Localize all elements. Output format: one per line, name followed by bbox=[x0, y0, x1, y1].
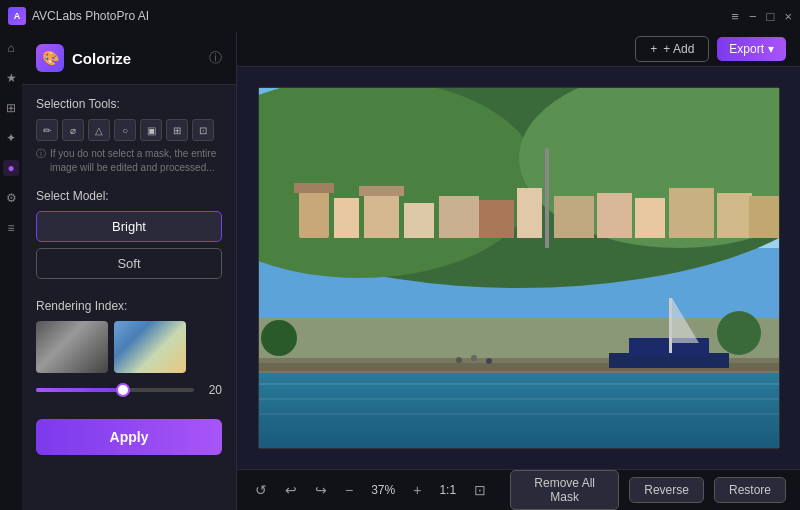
svg-point-35 bbox=[261, 320, 297, 356]
menu-icon[interactable]: ≡ bbox=[731, 9, 739, 24]
nav-home-icon[interactable]: ⌂ bbox=[3, 40, 19, 56]
svg-rect-29 bbox=[259, 383, 779, 385]
ellipse-tool[interactable]: ○ bbox=[114, 119, 136, 141]
image-frame bbox=[258, 87, 780, 449]
nav-menu-icon[interactable]: ≡ bbox=[3, 220, 19, 236]
svg-rect-8 bbox=[364, 193, 399, 238]
rendering-label: Rendering Index: bbox=[36, 299, 222, 313]
app-logo: A bbox=[8, 7, 26, 25]
polygon-tool[interactable]: △ bbox=[88, 119, 110, 141]
zoom-out-icon[interactable]: − bbox=[341, 478, 357, 502]
fit-icon[interactable]: ⊡ bbox=[470, 478, 490, 502]
soft-model-button[interactable]: Soft bbox=[36, 248, 222, 279]
svg-rect-12 bbox=[479, 200, 514, 238]
redo-icon[interactable]: ↪ bbox=[311, 478, 331, 502]
app-title: AVCLabs PhotoPro AI bbox=[32, 9, 731, 23]
rendering-section: Rendering Index: 20 bbox=[36, 299, 222, 397]
svg-rect-7 bbox=[334, 198, 359, 238]
svg-point-36 bbox=[717, 311, 761, 355]
nav-icon-strip: ⌂ ★ ⊞ ✦ ● ⚙ ≡ bbox=[0, 32, 22, 510]
rendering-slider-row: 20 bbox=[36, 383, 222, 397]
zoom-level: 37% bbox=[367, 483, 399, 497]
magic-wand-tool[interactable]: ⊡ bbox=[192, 119, 214, 141]
sidebar-title: Colorize bbox=[72, 50, 209, 67]
nav-effects-icon[interactable]: ✦ bbox=[3, 130, 19, 146]
maximize-icon[interactable]: □ bbox=[767, 9, 775, 24]
harbor-image bbox=[259, 88, 779, 448]
add-plus-icon: + bbox=[650, 42, 657, 56]
export-chevron-icon: ▾ bbox=[768, 42, 774, 56]
bottom-toolbar: ↺ ↩ ↪ − 37% + 1:1 ⊡ Remove All Mask Reve… bbox=[237, 469, 800, 510]
undo-icon[interactable]: ↩ bbox=[281, 478, 301, 502]
svg-rect-13 bbox=[517, 188, 542, 238]
nav-settings-icon[interactable]: ⚙ bbox=[3, 190, 19, 206]
svg-rect-18 bbox=[669, 188, 714, 238]
lasso-tool[interactable]: ⌀ bbox=[62, 119, 84, 141]
nav-grid-icon[interactable]: ⊞ bbox=[3, 100, 19, 116]
info-small-icon: ⓘ bbox=[36, 147, 46, 175]
rendering-value: 20 bbox=[202, 383, 222, 397]
selection-info-text: If you do not select a mask, the entire … bbox=[50, 147, 222, 175]
svg-rect-30 bbox=[259, 398, 779, 400]
colorize-icon: 🎨 bbox=[36, 44, 64, 72]
content-area: + + Add Export ▾ bbox=[237, 32, 800, 510]
pen-tool[interactable]: ✏ bbox=[36, 119, 58, 141]
svg-rect-17 bbox=[635, 198, 665, 238]
svg-rect-15 bbox=[554, 196, 594, 238]
svg-rect-6 bbox=[294, 183, 334, 193]
titlebar: A AVCLabs PhotoPro AI ≡ − □ × bbox=[0, 0, 800, 32]
selection-info: ⓘ If you do not select a mask, the entir… bbox=[36, 147, 222, 175]
rect-select-tool[interactable]: ▣ bbox=[140, 119, 162, 141]
remove-all-mask-button[interactable]: Remove All Mask bbox=[510, 470, 619, 510]
reverse-button[interactable]: Reverse bbox=[629, 477, 704, 503]
nav-colorize-icon[interactable]: ● bbox=[3, 160, 19, 176]
svg-rect-26 bbox=[669, 298, 672, 353]
rendering-slider-fill bbox=[36, 388, 123, 392]
preview-thumbnails bbox=[36, 321, 222, 373]
refresh-icon[interactable]: ↺ bbox=[251, 478, 271, 502]
selection-tools-icons: ✏ ⌀ △ ○ ▣ ⊞ ⊡ bbox=[36, 119, 222, 141]
rendering-slider-track[interactable] bbox=[36, 388, 194, 392]
image-area bbox=[237, 67, 800, 469]
zoom-in-icon[interactable]: + bbox=[409, 478, 425, 502]
restore-button[interactable]: Restore bbox=[714, 477, 786, 503]
sidebar-header: 🎨 Colorize ⓘ bbox=[22, 32, 236, 85]
svg-rect-9 bbox=[359, 186, 404, 196]
apply-button[interactable]: Apply bbox=[36, 419, 222, 455]
minimize-icon[interactable]: − bbox=[749, 9, 757, 24]
svg-point-32 bbox=[456, 357, 462, 363]
window-controls[interactable]: ≡ − □ × bbox=[731, 9, 792, 24]
add-button[interactable]: + + Add bbox=[635, 36, 709, 62]
color-thumbnail bbox=[114, 321, 186, 373]
svg-rect-16 bbox=[597, 193, 632, 238]
selection-tools-label: Selection Tools: bbox=[36, 97, 222, 111]
svg-rect-5 bbox=[299, 188, 329, 238]
export-button[interactable]: Export ▾ bbox=[717, 37, 786, 61]
sidebar: 🎨 Colorize ⓘ Selection Tools: ✏ ⌀ △ ○ ▣ … bbox=[22, 32, 237, 510]
rendering-slider-thumb[interactable] bbox=[116, 383, 130, 397]
svg-rect-31 bbox=[259, 413, 779, 415]
one-to-one[interactable]: 1:1 bbox=[435, 483, 460, 497]
svg-rect-10 bbox=[404, 203, 434, 238]
sidebar-content: Selection Tools: ✏ ⌀ △ ○ ▣ ⊞ ⊡ ⓘ If you … bbox=[22, 85, 236, 510]
svg-rect-19 bbox=[717, 193, 752, 238]
svg-point-33 bbox=[471, 355, 477, 361]
svg-point-34 bbox=[486, 358, 492, 364]
model-label: Select Model: bbox=[36, 189, 222, 203]
model-section: Select Model: Bright Soft bbox=[36, 189, 222, 285]
harbor-svg bbox=[259, 88, 779, 448]
smart-select-tool[interactable]: ⊞ bbox=[166, 119, 188, 141]
svg-rect-14 bbox=[545, 148, 549, 248]
close-icon[interactable]: × bbox=[784, 9, 792, 24]
nav-star-icon[interactable]: ★ bbox=[3, 70, 19, 86]
bright-model-button[interactable]: Bright bbox=[36, 211, 222, 242]
top-toolbar: + + Add Export ▾ bbox=[237, 32, 800, 67]
svg-rect-20 bbox=[749, 196, 779, 238]
svg-rect-11 bbox=[439, 196, 479, 238]
bw-thumbnail bbox=[36, 321, 108, 373]
info-icon[interactable]: ⓘ bbox=[209, 49, 222, 67]
